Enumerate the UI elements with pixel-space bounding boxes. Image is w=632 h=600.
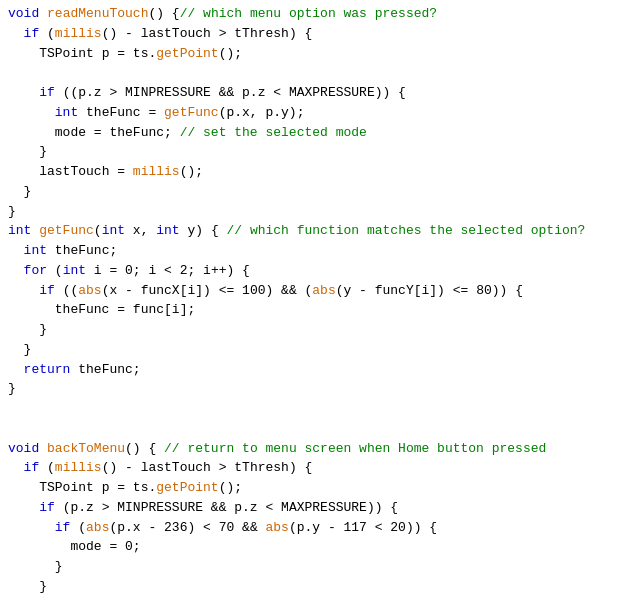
code-line-2: if (millis() - lastTouch > tThresh) { xyxy=(8,24,624,44)
code-line-6: int theFunc = getFunc(p.x, p.y); xyxy=(8,103,624,123)
code-line-23: void backToMenu() { // return to menu sc… xyxy=(8,439,624,459)
code-line-17: } xyxy=(8,320,624,340)
code-line-12: int getFunc(int x, int y) { // which fun… xyxy=(8,221,624,241)
code-editor: void readMenuTouch() {// which menu opti… xyxy=(0,0,632,600)
code-line-28: mode = 0; xyxy=(8,537,624,557)
code-line-3: TSPoint p = ts.getPoint(); xyxy=(8,44,624,64)
code-line-26: if (p.z > MINPRESSURE && p.z < MAXPRESSU… xyxy=(8,498,624,518)
code-line-7: mode = theFunc; // set the selected mode xyxy=(8,123,624,143)
code-line-30: } xyxy=(8,577,624,597)
code-line-27: if (abs(p.x - 236) < 70 && abs(p.y - 117… xyxy=(8,518,624,538)
code-line-8: } xyxy=(8,142,624,162)
code-line-25: TSPoint p = ts.getPoint(); xyxy=(8,478,624,498)
code-line-29: } xyxy=(8,557,624,577)
code-line-13: int theFunc; xyxy=(8,241,624,261)
code-line-31: } xyxy=(8,597,624,601)
code-line-14: for (int i = 0; i < 2; i++) { xyxy=(8,261,624,281)
code-line-15: if ((abs(x - funcX[i]) <= 100) && (abs(y… xyxy=(8,281,624,301)
code-line-9: lastTouch = millis(); xyxy=(8,162,624,182)
code-line-21 xyxy=(8,399,624,419)
code-line-19: return theFunc; xyxy=(8,360,624,380)
code-line-4 xyxy=(8,63,624,83)
code-line-11: } xyxy=(8,202,624,222)
code-line-20: } xyxy=(8,379,624,399)
code-line-22 xyxy=(8,419,624,439)
code-line-1: void readMenuTouch() {// which menu opti… xyxy=(8,4,624,24)
code-line-24: if (millis() - lastTouch > tThresh) { xyxy=(8,458,624,478)
code-line-16: theFunc = func[i]; xyxy=(8,300,624,320)
code-line-18: } xyxy=(8,340,624,360)
code-line-5: if ((p.z > MINPRESSURE && p.z < MAXPRESS… xyxy=(8,83,624,103)
code-line-10: } xyxy=(8,182,624,202)
